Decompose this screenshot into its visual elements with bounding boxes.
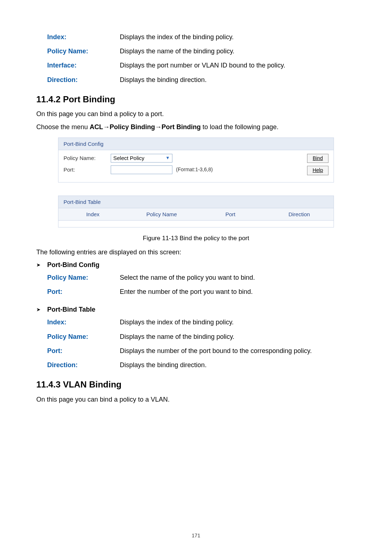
def-row: Index: Displays the index of the binding… [47,318,356,327]
def-row: Interface: Displays the port number or V… [47,61,356,70]
def-term-policy-name: Policy Name: [47,273,120,282]
port-bind-config-panel: Port-Bind Config Policy Name: Select Pol… [58,138,334,182]
config-def-list: Policy Name: Select the name of the poli… [36,273,356,296]
def-term-policy-name: Policy Name: [47,47,120,56]
def-row: Policy Name: Displays the name of the bi… [47,332,356,341]
menu-path-11-4-2: Choose the menu ACL→Policy Binding→Port … [36,123,356,132]
bullet-config-text: Port-Bind Config [47,260,99,270]
page-number: 171 [0,532,392,539]
def-row: Port: Enter the number of the port you w… [47,287,356,296]
bind-button[interactable]: Bind [307,154,328,163]
config-buttons: Bind Help [307,154,328,177]
chevron-down-icon: ▼ [166,155,170,161]
def-desc-index: Displays the index of the binding policy… [120,318,356,327]
bullet-table-text: Port-Bind Table [47,305,95,314]
heading-11-4-3: 11.4.3 VLAN Binding [36,378,356,391]
config-row-policy: Policy Name: Select Policy ▼ [64,154,307,163]
def-desc-index: Displays the index of the binding policy… [120,33,356,42]
def-row: Policy Name: Displays the name of the bi… [47,47,356,56]
def-term-port: Port: [47,346,120,356]
chevron-right-icon: ➤ [36,262,41,269]
config-row-port: Port: (Format:1-3,6,8) [64,165,307,174]
def-term-port: Port: [47,287,120,296]
def-term-index: Index: [47,33,120,42]
def-term-direction: Direction: [47,361,120,370]
intro-11-4-2: On this page you can bind a policy to a … [36,110,356,119]
def-desc-policy-name: Displays the name of the binding policy. [120,332,356,341]
bullet-port-bind-config: ➤ Port-Bind Config [36,260,356,270]
def-desc-direction: Displays the binding direction. [120,361,356,370]
arrow1: → [103,123,110,131]
menu-suffix: to load the following page. [201,123,278,131]
def-row: Direction: Displays the binding directio… [47,75,356,85]
col-direction: Direction [265,208,334,220]
def-row: Index: Displays the index of the binding… [47,33,356,42]
col-port: Port [196,208,265,220]
policy-select-value: Select Policy [113,154,144,162]
menu-prefix: Choose the menu [36,123,90,131]
port-bind-config-header: Port-Bind Config [58,138,334,150]
policy-name-label: Policy Name: [64,154,107,162]
col-index: Index [58,208,127,220]
entries-intro: The following entries are displayed on t… [36,248,356,257]
def-term-policy-name: Policy Name: [47,332,120,341]
def-row: Direction: Displays the binding directio… [47,361,356,370]
def-row: Policy Name: Select the name of the poli… [47,273,356,282]
table-def-list: Index: Displays the index of the binding… [36,318,356,370]
col-policy-name: Policy Name [127,208,196,220]
help-button[interactable]: Help [307,166,328,175]
chevron-right-icon: ➤ [36,306,41,313]
intro-11-4-3: On this page you can bind a policy to a … [36,395,356,404]
def-desc-port: Enter the number of the port you want to… [120,287,356,296]
def-term-interface: Interface: [47,61,120,70]
port-label: Port: [64,166,107,173]
port-input[interactable] [111,165,172,174]
def-term-index: Index: [47,318,120,327]
port-bind-table-panel: Port-Bind Table Index Policy Name Port D… [58,196,334,227]
menu-policy-binding: Policy Binding [110,123,155,131]
port-bind-table-body: Index Policy Name Port Direction [58,208,334,227]
def-desc-policy-name: Displays the name of the binding policy. [120,47,356,56]
def-desc-direction: Displays the binding direction. [120,75,356,85]
figure-caption: Figure 11-13 Bind the policy to the port [36,234,356,243]
def-term-direction: Direction: [47,75,120,85]
menu-port-binding: Port Binding [162,123,201,131]
table-header-row: Index Policy Name Port Direction [58,208,334,221]
policy-select[interactable]: Select Policy ▼ [111,154,172,163]
top-definition-list: Index: Displays the index of the binding… [36,33,356,85]
heading-11-4-2: 11.4.2 Port Binding [36,93,356,106]
port-bind-table-header: Port-Bind Table [58,196,334,208]
port-bind-config-body: Policy Name: Select Policy ▼ Port: (Form… [58,150,334,182]
bullet-port-bind-table: ➤ Port-Bind Table [36,305,356,314]
menu-acl: ACL [90,123,103,131]
def-desc-port: Displays the number of the port bound to… [120,346,356,356]
def-desc-policy-name: Select the name of the policy you want t… [120,273,356,282]
arrow2: → [155,123,162,131]
def-row: Port: Displays the number of the port bo… [47,346,356,356]
def-desc-interface: Displays the port number or VLAN ID boun… [120,61,356,70]
port-format-hint: (Format:1-3,6,8) [176,166,213,173]
